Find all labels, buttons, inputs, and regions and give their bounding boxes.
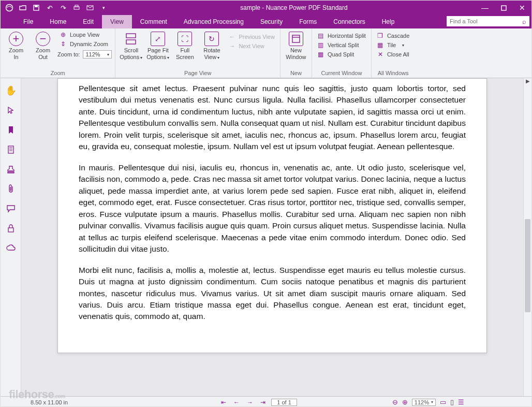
group-new-label: New xyxy=(284,69,308,78)
quick-access-toolbar: ↶ ↷ ▾ xyxy=(4,2,109,13)
tab-connectors[interactable]: Connectors xyxy=(325,15,373,28)
qat-more-icon[interactable]: ▾ xyxy=(98,2,109,13)
bookmarks-panel-button[interactable] xyxy=(4,123,18,137)
scroll-options-button[interactable]: ScrollOptions ▾ xyxy=(119,30,143,60)
close-button[interactable]: ✕ xyxy=(516,3,528,13)
loupe-view-button[interactable]: ⊕Loupe View xyxy=(57,31,112,39)
hand-tool-button[interactable]: ✋ xyxy=(4,83,18,98)
new-window-button[interactable]: NewWindow xyxy=(284,30,308,60)
close-all-button[interactable]: ✕Close All xyxy=(375,50,411,59)
vertical-scrollbar[interactable] xyxy=(523,84,531,396)
group-all-windows-label: All Windows xyxy=(375,69,411,78)
find-tool-input[interactable] xyxy=(450,18,522,24)
scroll-options-icon xyxy=(124,32,138,46)
security-panel-button[interactable] xyxy=(4,221,18,236)
page-dimensions: 8.50 x 11.00 in xyxy=(31,399,68,405)
document-paragraph: Morbi elit nunc, facilisis a, mollis a, … xyxy=(79,265,466,323)
tab-security[interactable]: Security xyxy=(252,15,291,28)
new-window-icon xyxy=(289,32,303,46)
zoom-in-status-button[interactable]: ⊕ xyxy=(402,398,408,406)
undo-icon[interactable]: ↶ xyxy=(44,2,55,13)
next-view-icon: → xyxy=(228,42,235,50)
page-fit-button[interactable]: ⤢ Page FitOptions ▾ xyxy=(145,30,170,60)
vertical-split-button[interactable]: ▥Vertical Split xyxy=(315,41,368,49)
panel-toggle-arrow[interactable]: ▶ xyxy=(523,78,531,84)
tab-help[interactable]: Help xyxy=(374,15,403,28)
qsplit-icon: ▦ xyxy=(317,51,324,58)
next-view-button: →Next View xyxy=(226,42,277,50)
zoom-to-value[interactable]: 112%▾ xyxy=(83,50,112,59)
document-scroll[interactable]: Pellentesque sit amet lectus. Praesent p… xyxy=(21,78,523,396)
tab-comment[interactable]: Comment xyxy=(132,15,175,28)
find-tool-search[interactable]: ⌕ xyxy=(447,16,529,26)
prev-page-button[interactable]: ← xyxy=(232,399,241,406)
full-screen-icon: ⛶ xyxy=(178,32,192,46)
stamps-panel-button[interactable] xyxy=(4,162,18,177)
fit-page-status-button[interactable]: ▭ xyxy=(440,398,446,406)
tab-forms[interactable]: Forms xyxy=(291,15,325,28)
cloud-panel-button[interactable] xyxy=(4,241,18,255)
last-page-button[interactable]: ⇥ xyxy=(259,399,267,406)
svg-rect-4 xyxy=(75,5,78,7)
print-icon[interactable] xyxy=(71,2,82,13)
svg-rect-3 xyxy=(74,7,79,9)
zoom-in-icon: + xyxy=(9,32,23,46)
svg-rect-11 xyxy=(8,146,13,153)
page-fit-icon: ⤢ xyxy=(151,32,165,46)
minimize-button[interactable]: — xyxy=(479,3,491,13)
prev-view-icon: ← xyxy=(228,33,235,40)
comments-panel-button[interactable] xyxy=(4,201,18,216)
tab-advanced[interactable]: Advanced Processing xyxy=(175,15,252,28)
zoom-status-value[interactable]: 112%▾ xyxy=(412,399,436,406)
next-page-button[interactable]: → xyxy=(245,399,255,406)
maximize-button[interactable] xyxy=(497,3,510,13)
redo-icon[interactable]: ↷ xyxy=(57,2,69,13)
status-zoom-controls: ⊖ ⊕ 112%▾ ▭ ▯ ☰ xyxy=(392,398,464,406)
group-page-view: ScrollOptions ▾ ⤢ Page FitOptions ▾ ⛶ Fu… xyxy=(115,28,280,78)
app-icon[interactable] xyxy=(4,2,15,13)
content-area: ✋ ▶ Pellentesque sit amet lectus. Praese… xyxy=(1,78,531,396)
group-all-windows: ❐Cascade ▦Tile▾ ✕Close All All Windows xyxy=(372,28,415,78)
continuous-status-button[interactable]: ☰ xyxy=(458,398,464,406)
title-bar: ↶ ↷ ▾ sample - Nuance Power PDF Standard… xyxy=(1,1,531,15)
document-page: Pellentesque sit amet lectus. Praesent p… xyxy=(57,78,487,353)
status-bar: 8.50 x 11.00 in ⇤ ← → ⇥ 1 of 1 ⊖ ⊕ 112%▾… xyxy=(1,396,531,407)
scrollbar-thumb[interactable] xyxy=(525,219,530,312)
document-paragraph: In mauris. Pellentesque dui nisi, iaculi… xyxy=(79,162,466,255)
cascade-button[interactable]: ❐Cascade xyxy=(375,32,411,40)
attachments-panel-button[interactable] xyxy=(4,182,18,196)
page-indicator[interactable]: 1 of 1 xyxy=(271,399,297,406)
svg-rect-15 xyxy=(8,228,13,232)
window-controls: — ✕ xyxy=(479,3,528,13)
select-tool-button[interactable] xyxy=(4,103,18,118)
single-page-status-button[interactable]: ▯ xyxy=(450,398,454,406)
horizontal-split-button[interactable]: ▤Horizontal Split xyxy=(315,32,368,40)
quad-split-button[interactable]: ▦Quad Split xyxy=(315,50,368,59)
tab-view[interactable]: View xyxy=(102,15,132,28)
mail-icon[interactable] xyxy=(84,2,96,13)
group-zoom-label: Zoom xyxy=(4,69,112,78)
vsplit-icon: ▥ xyxy=(317,41,324,49)
svg-rect-7 xyxy=(126,34,136,38)
page-navigation: ⇤ ← → ⇥ 1 of 1 xyxy=(219,399,297,406)
tab-home[interactable]: Home xyxy=(41,15,75,28)
menu-bar: File Home Edit View Comment Advanced Pro… xyxy=(1,15,531,28)
rotate-view-button[interactable]: ↻ RotateView ▾ xyxy=(199,30,224,60)
tile-button[interactable]: ▦Tile▾ xyxy=(375,41,411,49)
svg-rect-6 xyxy=(501,6,506,10)
open-icon[interactable] xyxy=(17,2,28,13)
side-toolbar: ✋ xyxy=(1,78,21,396)
document-viewport: ▶ Pellentesque sit amet lectus. Praesent… xyxy=(21,78,531,396)
tab-file[interactable]: File xyxy=(15,15,41,28)
tab-edit[interactable]: Edit xyxy=(75,15,102,28)
search-icon[interactable]: ⌕ xyxy=(522,18,526,25)
zoom-to-label: Zoom to: xyxy=(57,51,80,57)
pages-panel-button[interactable] xyxy=(4,142,18,157)
dynamic-zoom-button[interactable]: ⇕Dynamic Zoom xyxy=(57,40,112,48)
zoom-out-status-button[interactable]: ⊖ xyxy=(392,398,398,406)
zoom-out-button[interactable]: − ZoomOut xyxy=(31,30,55,60)
full-screen-button[interactable]: ⛶ FullScreen xyxy=(172,30,197,60)
first-page-button[interactable]: ⇤ xyxy=(219,399,228,406)
zoom-in-button[interactable]: + ZoomIn xyxy=(4,30,28,60)
save-icon[interactable] xyxy=(31,2,42,13)
